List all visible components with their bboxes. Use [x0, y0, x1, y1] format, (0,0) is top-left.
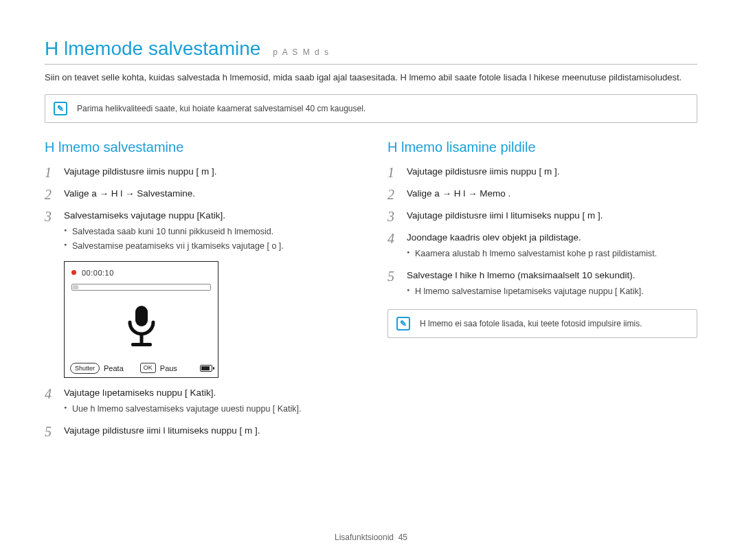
recorder-footer: Shutter Peata OK Paus: [65, 360, 218, 377]
left-step-2: 2 Valige a → H l → Salvestamine.: [45, 187, 355, 202]
ok-action: Paus: [160, 364, 177, 372]
step-number: 4: [45, 386, 57, 401]
step-sublist: Salvestada saab kuni 10 tunni pikkuseid …: [64, 225, 355, 253]
step-body: Vajutage lıpetamiseks nuppu [ Katik]. Uu…: [64, 386, 355, 417]
step-number: 3: [45, 209, 57, 224]
mode-indicators: p A S M d s: [273, 47, 330, 57]
sub-bullet: Kaamera alustab h lmemo salvestamist koh…: [407, 247, 697, 260]
battery-icon: [200, 365, 212, 372]
tip-box-right: ✎ H lmemo ei saa fotole lisada, kui teet…: [387, 309, 697, 338]
left-section-title: H lmemo salvestamine: [45, 139, 355, 155]
step-text: Vajutage lıpetamiseks nuppu [ Katik].: [64, 388, 216, 398]
step-number: 5: [387, 269, 400, 284]
recorder-progress: [71, 284, 211, 291]
step-body: Salvestage l hike h lmemo (maksimaalselt…: [407, 269, 697, 300]
shutter-action: Peata: [104, 364, 124, 372]
right-step-4: 4 Joondage kaadris olev objekt ja pildis…: [387, 231, 697, 262]
step-text: Vajutage pildistusre iimis nuppu [ m ].: [407, 165, 697, 179]
left-step-3: 3 Salvestamiseks vajutage nuppu [Katik].…: [45, 209, 355, 254]
step-text: Valige a → H l → Salvestamine.: [64, 187, 355, 201]
step-number: 2: [45, 187, 57, 202]
left-step-5: 5 Vajutage pildistusre iimi l litumiseks…: [45, 424, 355, 439]
note-icon: ✎: [54, 102, 67, 115]
right-step-3: 3 Vajutage pildistusre iimi l litumiseks…: [387, 209, 697, 224]
page-footer: Lisafunktsioonid 45: [0, 533, 742, 542]
svg-rect-1: [139, 334, 143, 344]
step-number: 1: [387, 165, 400, 180]
intro-text: Siin on teavet selle kohta, kuidas salve…: [45, 71, 697, 85]
record-indicator-icon: [71, 270, 76, 275]
step-number: 3: [387, 209, 400, 224]
tip-text: H lmemo ei saa fotole lisada, kui teete …: [420, 319, 642, 328]
step-sublist: Uue h lmemo salvestamiseks vajutage uues…: [64, 403, 355, 416]
step-sublist: Kaamera alustab h lmemo salvestamist koh…: [407, 247, 697, 260]
battery-fill: [201, 366, 210, 370]
tip-box-top: ✎ Parima helikvaliteedi saate, kui hoiat…: [45, 94, 697, 123]
page-title: H lmemode salvestamine: [45, 38, 260, 60]
recorder-top: 00:00:10: [65, 262, 218, 284]
recorder-time: 00:00:10: [82, 269, 114, 277]
step-text: Vajutage pildistusre iimis nuppu [ m ].: [64, 165, 355, 179]
step-body: Joondage kaadris olev objekt ja pildista…: [407, 231, 697, 262]
step-number: 5: [45, 424, 57, 439]
right-step-1: 1 Vajutage pildistusre iimis nuppu [ m ]…: [387, 165, 697, 180]
step-sublist: H lmemo salvestamise lıpetamiseks vajuta…: [407, 285, 697, 298]
footer-section: Lisafunktsioonid: [335, 533, 394, 542]
recorder-progress-fill: [73, 285, 78, 289]
sub-bullet: Uue h lmemo salvestamiseks vajutage uues…: [64, 403, 355, 416]
step-number: 1: [45, 165, 57, 180]
right-step-5: 5 Salvestage l hike h lmemo (maksimaalse…: [387, 269, 697, 300]
step-number: 4: [387, 231, 400, 246]
svg-rect-2: [131, 343, 152, 346]
step-text: Joondage kaadris olev objekt ja pildista…: [407, 232, 581, 243]
note-icon: ✎: [396, 317, 410, 331]
content-columns: H lmemo salvestamine 1 Vajutage pildistu…: [45, 139, 697, 446]
page-header: H lmemode salvestamine p A S M d s: [45, 38, 697, 65]
step-body: Salvestamiseks vajutage nuppu [Katik]. S…: [64, 209, 355, 254]
step-text: Vajutage pildistusre iimi l litumiseks n…: [64, 424, 355, 438]
sub-bullet: Salvestamise peatamiseks vıi j tkamiseks…: [64, 240, 355, 253]
step-number: 2: [387, 187, 400, 202]
left-column: H lmemo salvestamine 1 Vajutage pildistu…: [45, 139, 355, 446]
shutter-button-label: Shutter: [70, 363, 100, 374]
sub-bullet: H lmemo salvestamise lıpetamiseks vajuta…: [407, 285, 697, 298]
step-text: Salvestage l hike h lmemo (maksimaalselt…: [407, 270, 635, 280]
ok-button-label: OK: [140, 363, 156, 373]
right-step-2: 2 Valige a → H l → Memo .: [387, 187, 697, 202]
step-text: Valige a → H l → Memo .: [407, 187, 697, 201]
svg-rect-0: [135, 306, 148, 326]
right-section-title: H lmemo lisamine pildile: [387, 139, 697, 155]
sub-bullet: Salvestada saab kuni 10 tunni pikkuseid …: [64, 225, 355, 238]
tip-text: Parima helikvaliteedi saate, kui hoiate …: [77, 104, 366, 113]
step-text: Vajutage pildistusre iimi l litumiseks n…: [407, 209, 697, 223]
footer-page: 45: [398, 533, 407, 542]
right-column: H lmemo lisamine pildile 1 Vajutage pild…: [387, 139, 697, 446]
left-step-1: 1 Vajutage pildistusre iimis nuppu [ m ]…: [45, 165, 355, 180]
left-step-4: 4 Vajutage lıpetamiseks nuppu [ Katik]. …: [45, 386, 355, 417]
step-text: Salvestamiseks vajutage nuppu [Katik].: [64, 210, 225, 221]
microphone-icon: [65, 295, 218, 360]
recorder-preview: 00:00:10 Shutter Peata OK Paus: [64, 261, 218, 378]
